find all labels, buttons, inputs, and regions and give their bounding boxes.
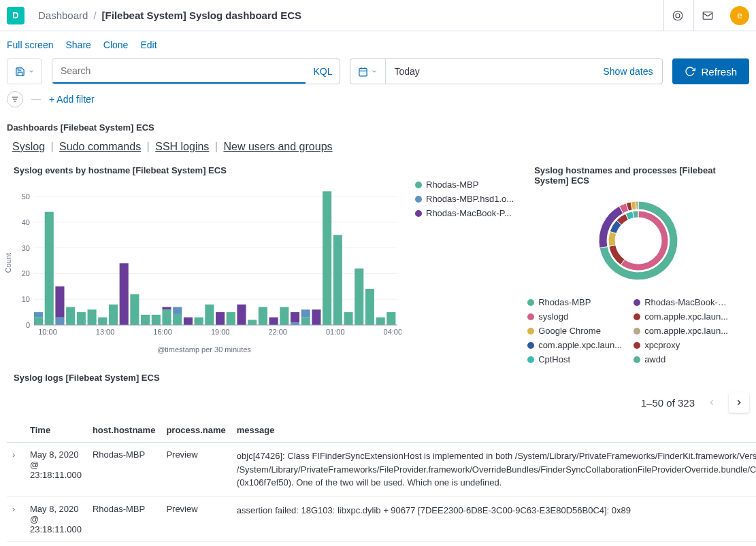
svg-text:19:00: 19:00 [211,328,230,336]
breadcrumb: Dashboard / [Filebeat System] Syslog das… [38,10,663,21]
add-filter-link[interactable]: + Add filter [49,94,95,105]
newsfeed-icon[interactable] [663,0,691,31]
share-link[interactable]: Share [65,39,91,50]
svg-rect-22 [34,318,43,325]
save-icon [15,67,25,77]
svg-text:22:00: 22:00 [268,328,287,336]
chevron-right-icon [734,398,744,407]
chevron-down-icon [28,68,35,75]
col-time[interactable]: Time [24,418,87,443]
nav-link-users[interactable]: New users and groups [223,141,332,152]
donut-chart [570,190,706,292]
search-group: KQL [52,58,340,84]
full-screen-link[interactable]: Full screen [7,39,53,50]
svg-text:10:00: 10:00 [38,328,57,336]
user-avatar[interactable]: e [730,6,749,25]
svg-rect-45 [237,305,246,325]
filter-bar: + Add filter [0,91,756,114]
show-dates-link[interactable]: Show dates [593,59,662,84]
date-picker-button[interactable] [350,59,386,84]
svg-rect-35 [152,315,161,325]
nav-link-syslog[interactable]: Syslog [12,141,45,152]
refresh-button[interactable]: Refresh [672,58,749,84]
svg-rect-58 [355,269,363,325]
svg-point-0 [673,11,683,20]
legend-item[interactable]: CptHost [527,354,623,364]
legend-item[interactable]: Google Chrome [527,326,623,336]
logs-table: Time host.hostname process.name message … [7,418,756,542]
svg-rect-41 [195,318,203,325]
col-process[interactable]: process.name [161,418,231,443]
pagination-prev[interactable] [702,392,722,413]
search-input[interactable] [52,59,306,84]
legend-item[interactable]: Rhodas-MacBook-P... [415,208,514,218]
kql-toggle[interactable]: KQL [306,59,340,84]
nav-link-ssh[interactable]: SSH logins [155,141,209,152]
svg-text:04:00: 04:00 [384,328,401,336]
filter-menu-icon[interactable] [7,91,23,107]
edit-link[interactable]: Edit [140,39,157,50]
svg-rect-26 [55,286,64,317]
svg-rect-53 [301,309,310,317]
cell-process: Preview [161,496,231,541]
svg-rect-48 [269,318,278,325]
legend-item[interactable]: xpcproxy [634,340,729,350]
chevron-right-icon[interactable]: › [12,504,19,514]
breadcrumb-separator: / [93,10,96,21]
cell-message: objc[47426]: Class FIFinderSyncExtension… [231,443,756,497]
legend-item[interactable]: Rhodas-MBP [527,297,623,307]
svg-rect-57 [344,312,352,325]
cell-process: Preview [161,443,231,497]
clone-link[interactable]: Clone [103,39,129,50]
cell-hostname: Rhodas-MBP [87,443,161,497]
cell-message: assertion failed: 18G103: libxpc.dylib +… [231,496,756,541]
legend-item[interactable]: com.apple.xpc.laun... [527,340,623,350]
svg-rect-32 [120,263,129,325]
legend-item[interactable]: awdd [634,354,729,364]
date-picker-group: Today Show dates [350,58,663,84]
app-logo-badge[interactable]: D [7,7,24,24]
saved-queries-button[interactable] [7,58,42,84]
svg-text:10: 10 [22,295,30,303]
svg-rect-3 [359,68,367,75]
table-row[interactable]: › May 8, 2020 @ 23:18:11.000 Rhodas-MBP … [7,443,756,497]
calendar-icon [358,67,368,77]
svg-text:40: 40 [22,218,30,226]
svg-rect-49 [280,307,289,325]
chart-left-title: Syslog events by hostname [Filebeat Syst… [7,157,514,180]
svg-text:13:00: 13:00 [96,328,115,336]
date-display[interactable]: Today [386,59,593,84]
table-row[interactable]: › May 8, 2020 @ 23:18:11.000 Rhodas-MBP … [7,496,756,541]
refresh-icon [685,66,695,77]
pagination-text: 1–50 of 323 [641,397,695,409]
legend-item[interactable]: syslogd [527,311,623,322]
legend-item[interactable]: com.apple.xpc.laun... [634,326,729,336]
breadcrumb-root[interactable]: Dashboard [38,10,88,21]
svg-rect-52 [301,318,310,325]
svg-rect-23 [34,312,43,318]
bar-chart: 0102030405010:0013:0016:0019:0022:0001:0… [7,180,401,343]
svg-rect-60 [376,318,385,325]
col-hostname[interactable]: host.hostname [87,418,161,443]
legend-item[interactable]: com.apple.xpc.laun... [634,311,729,322]
chevron-down-icon [371,68,378,75]
logs-panel-title: Syslog logs [Filebeat System] ECS [7,364,749,387]
chevron-right-icon[interactable]: › [12,449,19,460]
svg-text:20: 20 [22,269,30,277]
pagination-next[interactable] [729,392,749,413]
svg-rect-27 [66,307,75,325]
legend-item[interactable]: Rhodas-MBP [415,180,514,190]
mail-icon[interactable] [693,0,721,31]
svg-text:01:00: 01:00 [326,328,345,336]
svg-rect-30 [98,318,107,325]
svg-rect-29 [88,309,97,325]
svg-rect-59 [365,289,374,325]
legend-item[interactable]: Rhodas-MacBook-P... [634,297,729,307]
svg-rect-56 [333,235,342,325]
svg-rect-34 [141,315,150,325]
legend-item[interactable]: Rhodas-MBP.hsd1.o... [415,194,514,204]
nav-link-sudo[interactable]: Sudo commands [59,141,141,152]
svg-text:16:00: 16:00 [153,328,172,336]
col-message[interactable]: message [231,418,756,443]
svg-rect-33 [130,294,139,325]
